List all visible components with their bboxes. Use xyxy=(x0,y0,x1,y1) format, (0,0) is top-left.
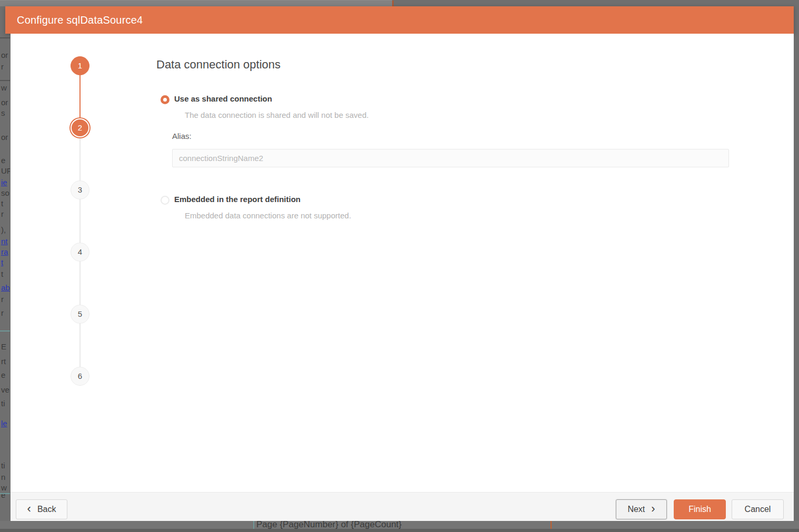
wizard-step-1[interactable]: 1 xyxy=(71,56,89,75)
dialog-header: Configure sqlDataSource4 xyxy=(5,6,794,34)
background-text-fragment: t xyxy=(1,269,3,278)
dialog-body: 123456 Data connection options Use as sh… xyxy=(11,34,794,492)
cancel-button-label: Cancel xyxy=(745,505,771,514)
background-text-fragment: n xyxy=(1,473,5,481)
background-text-fragment: r xyxy=(1,295,4,304)
background-text-fragment: e xyxy=(1,156,5,165)
background-text-fragment: ab xyxy=(1,283,10,292)
background-text-fragment: UF xyxy=(1,166,10,175)
radio-shared-connection-label[interactable]: Use as shared connection xyxy=(174,94,272,103)
background-text-fragment: nt xyxy=(1,237,8,246)
background-text-fragment: e xyxy=(1,490,5,499)
chevron-left-icon: ‹ xyxy=(27,503,31,515)
background-rule-fragment xyxy=(0,330,10,332)
background-text-fragment: s xyxy=(1,108,5,117)
background-text-fragment: le xyxy=(1,419,7,428)
radio-shared-connection[interactable] xyxy=(161,95,169,104)
wizard-step-2[interactable]: 2 xyxy=(71,118,89,137)
cancel-button[interactable]: Cancel xyxy=(732,499,784,519)
wizard-step-6[interactable]: 6 xyxy=(71,367,89,386)
background-text-fragment: ie xyxy=(1,178,7,187)
radio-embedded-connection[interactable] xyxy=(161,196,169,205)
alias-label: Alias: xyxy=(172,132,192,140)
background-text-fragment: e xyxy=(1,370,5,379)
background-text-column: orrworsoreUFiesotr),ntrattabrrErtevetile… xyxy=(0,33,10,521)
embedded-connection-description: Embedded data connections are not suppor… xyxy=(185,211,351,220)
wizard-step-5[interactable]: 5 xyxy=(71,305,89,324)
wizard-step-4[interactable]: 4 xyxy=(71,243,89,262)
background-text-fragment: ti xyxy=(1,461,5,470)
background-text-fragment: rt xyxy=(1,357,6,366)
background-text-fragment: w xyxy=(1,83,7,92)
background-text-fragment: or xyxy=(1,98,8,107)
shared-connection-description: The data connection is shared and will n… xyxy=(185,111,368,119)
background-bottom-strip: Page {PageNumber} of {PageCount} xyxy=(0,521,799,532)
back-button-label: Back xyxy=(37,505,56,514)
background-rule-fragment xyxy=(0,80,10,81)
next-button[interactable]: Next › xyxy=(616,499,667,519)
chevron-right-icon: › xyxy=(651,503,655,515)
background-text-fragment: so xyxy=(1,188,9,197)
screen: orrworsoreUFiesotr),ntrattabrrErtevetile… xyxy=(0,0,799,532)
dialog-footer: ‹ Back Next › Finish Cancel xyxy=(11,492,794,521)
background-text-fragment: or xyxy=(1,133,8,142)
background-text-fragment: r xyxy=(1,209,4,218)
background-rule-fragment xyxy=(0,37,10,38)
wizard-step-3[interactable]: 3 xyxy=(71,180,89,199)
background-top-strip-tick xyxy=(392,1,394,6)
background-text-fragment: t xyxy=(1,258,3,267)
background-text-fragment: ve xyxy=(1,385,9,394)
back-button[interactable]: ‹ Back xyxy=(16,499,67,519)
background-top-strip xyxy=(0,0,799,6)
background-page-footer-text: Page {PageNumber} of {PageCount} xyxy=(256,521,402,530)
finish-button[interactable]: Finish xyxy=(674,499,726,519)
background-text-fragment: or xyxy=(1,51,8,59)
background-text-fragment: ti xyxy=(1,399,5,408)
finish-button-label: Finish xyxy=(688,505,711,514)
background-text-fragment: r xyxy=(1,308,4,317)
page-title: Data connection options xyxy=(156,58,281,72)
next-button-label: Next xyxy=(627,505,645,514)
background-text-fragment: ra xyxy=(1,247,8,256)
alias-input[interactable] xyxy=(172,149,729,167)
background-rule-fragment xyxy=(0,493,10,494)
background-marker-right xyxy=(551,521,552,529)
background-top-strip-light xyxy=(0,0,392,6)
background-text-fragment: r xyxy=(1,62,4,71)
background-text-fragment: E xyxy=(1,342,6,351)
background-text-fragment: ), xyxy=(1,225,6,234)
radio-embedded-connection-label[interactable]: Embedded in the report definition xyxy=(174,195,301,204)
background-text-fragment: t xyxy=(1,199,3,208)
background-marker-left xyxy=(253,521,254,529)
dialog-title: Configure sqlDataSource4 xyxy=(5,6,794,34)
